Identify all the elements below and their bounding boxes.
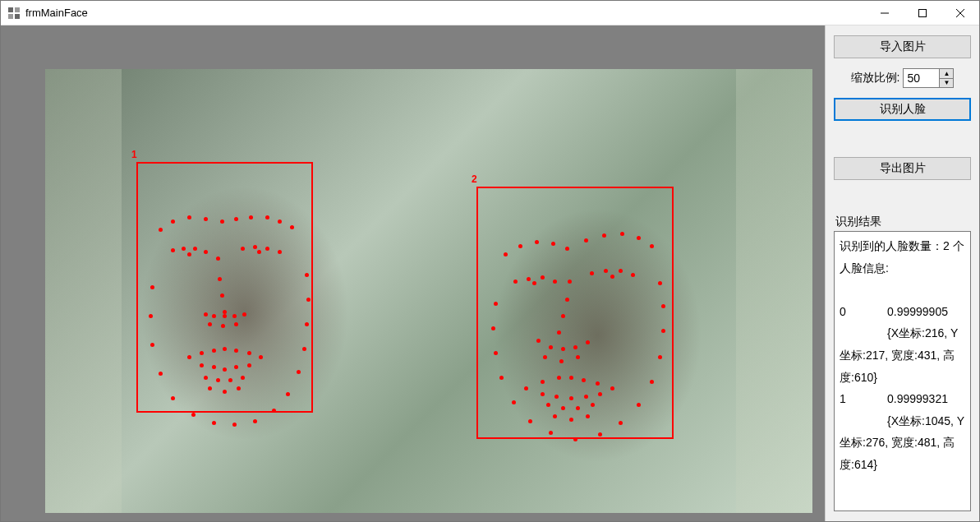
face-landmark-point <box>596 381 600 386</box>
face-landmark-point <box>232 314 237 318</box>
face-landmark-point <box>182 247 186 251</box>
svg-rect-0 <box>8 7 13 12</box>
face-landmark-point <box>553 414 557 418</box>
face-landmark-point <box>598 392 602 396</box>
result-face-index: 0 <box>840 301 887 323</box>
maximize-button[interactable] <box>904 1 941 25</box>
face-landmark-point <box>212 421 216 425</box>
result-count-line: 识别到的人脸数量：2 个人脸信息: <box>840 235 965 279</box>
face-landmark-point <box>204 312 208 316</box>
face-landmark-point <box>569 418 573 422</box>
face-landmark-point <box>305 273 309 277</box>
face-landmark-point <box>223 347 227 351</box>
face-landmark-point <box>247 363 251 367</box>
result-face-coords: {X坐标:1045, Y坐标:276, 宽度:481, 高度:614} <box>840 410 965 476</box>
zoom-label: 缩放比例: <box>851 71 900 85</box>
face-bounding-box: 2 <box>476 187 674 439</box>
face-landmark-point <box>200 351 204 355</box>
side-panel: 导入图片 缩放比例: ▲ ▼ 识别人脸 导出图片 识别结果 识别到的人脸数量：2… <box>825 25 979 521</box>
face-landmark-point <box>604 269 608 273</box>
zoom-up-button[interactable]: ▲ <box>940 69 953 79</box>
face-landmark-point <box>494 351 498 355</box>
loaded-image: 12 <box>45 69 812 513</box>
face-landmark-point <box>584 395 588 399</box>
zoom-down-button[interactable]: ▼ <box>940 79 953 88</box>
result-face-confidence: 0.99999905 <box>887 301 948 323</box>
zoom-row: 缩放比例: ▲ ▼ <box>834 68 971 88</box>
face-landmark-point <box>561 314 565 318</box>
result-textbox[interactable]: 识别到的人脸数量：2 个人脸信息: 00.99999905{X坐标:216, Y… <box>834 231 971 511</box>
face-landmark-point <box>535 240 539 244</box>
title-bar[interactable]: frmMainFace <box>1 1 979 25</box>
face-landmark-point <box>582 378 586 382</box>
face-landmark-point <box>561 406 565 410</box>
face-landmark-point <box>234 365 238 369</box>
face-landmark-point <box>212 314 216 318</box>
zoom-input[interactable] <box>903 68 939 88</box>
face-box-label: 2 <box>472 173 477 185</box>
face-landmark-point <box>619 421 623 425</box>
face-landmark-point <box>557 376 561 380</box>
import-image-button[interactable]: 导入图片 <box>834 35 971 58</box>
face-landmark-point <box>541 275 545 279</box>
face-landmark-point <box>286 392 290 396</box>
face-landmark-point <box>212 365 216 369</box>
face-landmark-point <box>573 345 577 349</box>
minimize-button[interactable] <box>866 1 904 25</box>
face-landmark-point <box>610 386 614 390</box>
face-landmark-point <box>586 414 590 418</box>
face-landmark-point <box>541 392 545 396</box>
face-landmark-point <box>573 437 577 441</box>
face-landmark-point <box>591 403 595 407</box>
face-landmark-point <box>200 363 204 367</box>
face-landmark-point <box>208 322 212 326</box>
face-landmark-point <box>253 419 257 423</box>
close-button[interactable] <box>941 1 979 25</box>
face-landmark-point <box>302 347 306 351</box>
svg-rect-5 <box>919 9 927 16</box>
result-face-row: 10.99999321 <box>840 388 965 410</box>
face-landmark-point <box>661 329 665 333</box>
face-landmark-point <box>171 248 175 252</box>
face-landmark-point <box>204 250 208 254</box>
face-landmark-point <box>204 217 208 221</box>
result-group-label: 识别结果 <box>834 215 971 229</box>
export-image-button[interactable]: 导出图片 <box>834 157 971 180</box>
face-landmark-point <box>253 245 257 249</box>
face-landmark-point <box>223 390 227 394</box>
face-box-label: 1 <box>131 149 137 160</box>
face-landmark-point <box>193 247 197 251</box>
face-landmark-point <box>242 312 246 316</box>
face-landmark-point <box>561 347 565 351</box>
face-landmark-point <box>598 432 602 437</box>
face-landmark-point <box>576 355 580 359</box>
face-landmark-point <box>559 359 564 363</box>
face-landmark-point <box>171 396 175 400</box>
face-landmark-point <box>234 349 238 353</box>
face-landmark-point <box>565 298 569 302</box>
face-landmark-point <box>220 293 224 298</box>
client-area: 12 导入图片 缩放比例: ▲ ▼ 识别人脸 导出图片 识别结果 识别到的人脸 <box>1 25 979 521</box>
face-landmark-point <box>546 403 550 407</box>
face-landmark-point <box>290 225 294 229</box>
zoom-spinner[interactable]: ▲ ▼ <box>903 68 954 88</box>
app-icon <box>7 7 21 20</box>
face-landmark-point <box>259 355 263 359</box>
face-landmark-point <box>568 279 572 284</box>
face-landmark-point <box>586 340 590 344</box>
recognize-face-button[interactable]: 识别人脸 <box>834 98 971 121</box>
face-landmark-point <box>491 326 495 330</box>
face-landmark-point <box>661 304 665 308</box>
face-landmark-point <box>237 386 241 390</box>
face-landmark-point <box>494 302 498 306</box>
face-bounding-box: 1 <box>136 162 313 413</box>
face-landmark-point <box>191 413 196 417</box>
face-landmark-point <box>218 277 222 281</box>
face-landmark-point <box>527 277 531 281</box>
face-landmark-point <box>241 376 245 380</box>
face-landmark-point <box>619 269 623 273</box>
face-landmark-point <box>216 378 220 382</box>
face-landmark-point <box>187 215 191 219</box>
face-landmark-point <box>504 252 508 256</box>
result-face-index: 1 <box>840 388 887 410</box>
